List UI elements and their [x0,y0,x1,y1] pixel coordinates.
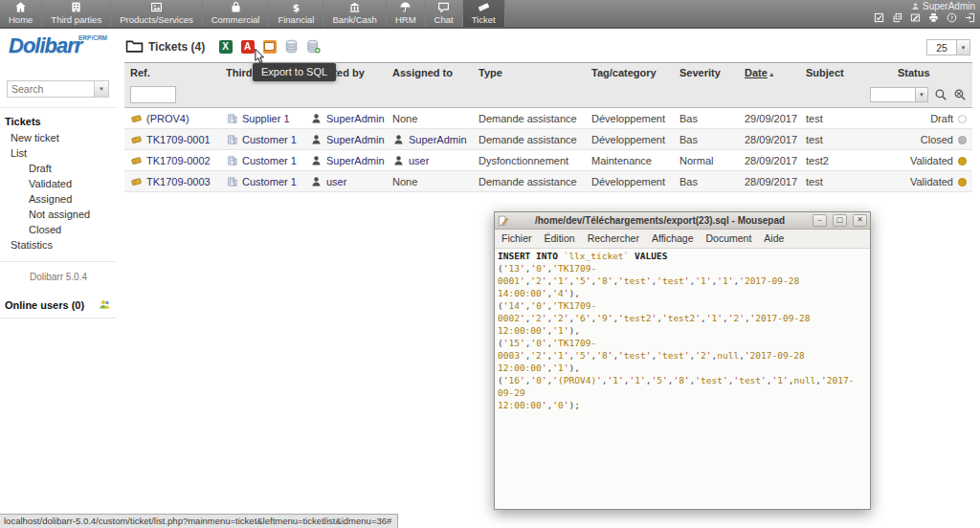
nav-tab-hrm[interactable]: HRM [387,0,426,27]
column-header-status[interactable]: Status [892,63,972,83]
sql-export-create-button[interactable] [306,39,321,54]
ticket-ref-link[interactable]: TK1709-0003 [146,176,211,187]
company-icon [226,176,238,187]
search-input[interactable] [7,80,95,98]
third-party-link[interactable]: Customer 1 [242,134,297,145]
nav-tab-third-parties[interactable]: Third parties [42,0,111,27]
ticket-ref-link[interactable]: (PROV4) [146,113,189,124]
nav-tab-financial[interactable]: $Financial [269,0,323,27]
nav-tab-products[interactable]: Products/Services [111,0,203,27]
clear-filter-button[interactable] [953,88,967,101]
column-header-ref-[interactable]: Ref. [124,63,220,83]
version-label: Dolibarr 5.0.4 [0,262,117,294]
user-link[interactable]: user [326,176,346,187]
export-icon[interactable] [892,12,902,23]
column-header-subject[interactable]: Subject [800,63,892,83]
edit-icon[interactable] [910,12,921,23]
menu-dition[interactable]: Édition [545,232,575,244]
menu-aide[interactable]: Aide [764,232,784,244]
ref-filter-input[interactable] [130,86,176,103]
excel-export-button[interactable]: X [218,39,233,54]
printer-icon[interactable] [928,12,939,23]
menu-affichage[interactable]: Affichage [652,232,694,244]
menu-fichier[interactable]: Fichier [501,232,532,244]
ticket-ref-link[interactable]: TK1709-0001 [146,134,211,145]
folder-icon [125,39,144,54]
column-header-date[interactable]: Date▲ [739,63,800,83]
status-filter-select[interactable]: ▼ [870,87,928,102]
status-label: Validated [910,176,953,187]
mousepad-app-icon [498,215,509,227]
third-party-link[interactable]: Customer 1 [242,155,297,166]
sidebar-item-not-assigned[interactable]: Not assigned [0,207,117,222]
ticket-icon [130,113,143,124]
logged-user[interactable]: SuperAdmin [911,1,975,11]
user-icon [310,113,323,124]
help-icon[interactable]: ? [947,12,957,23]
ticket-icon [130,176,143,187]
dolibarr-logo[interactable]: Dolibarr ERP/CRM [0,27,117,72]
maximize-button[interactable]: ▢ [833,214,847,227]
user-link[interactable]: SuperAdmin [409,134,467,145]
menu-document[interactable]: Document [706,232,752,244]
status-dot-icon [958,157,967,165]
table-row: TK1709-0003Customer 1userNoneDemande ass… [124,171,972,192]
svg-text:?: ? [950,15,953,21]
close-button[interactable]: ✕ [853,214,867,227]
online-users: Online users (0) [0,294,117,318]
nav-tab-ticket[interactable]: Ticket [463,0,505,27]
nav-tab-chat[interactable]: Chat [426,0,463,27]
table-header-row: Ref.Third partyCreated byAssigned toType… [124,63,972,83]
sidebar-item-new-ticket[interactable]: New ticket [0,130,117,145]
ticket-ref-link[interactable]: TK1709-0002 [146,155,211,166]
table-row: TK1709-0002Customer 1SuperAdminuserDysfo… [124,150,972,171]
hrm-icon [399,1,412,13]
user-icon [310,134,323,145]
minimize-button[interactable]: – [813,214,827,227]
column-header-tag-category[interactable]: Tag/category [586,63,674,83]
nav-tab-bank[interactable]: Bank/Cash [323,0,386,27]
svg-text:$: $ [293,2,300,13]
user-link[interactable]: SuperAdmin [326,134,385,145]
sidebar-item-statistics[interactable]: Statistics [0,237,117,253]
mousepad-window: /home/dev/Téléchargements/export(23).sql… [494,211,871,510]
sidebar-item-validated[interactable]: Validated [0,176,117,191]
column-header-severity[interactable]: Severity [674,63,739,83]
sidebar: Dolibarr ERP/CRM ▼ Tickets New ticketLis… [0,27,118,528]
ticket-icon [478,1,490,13]
user-icon [310,176,323,187]
sidebar-item-closed[interactable]: Closed [0,222,117,237]
column-header-assigned-to[interactable]: Assigned to [387,63,473,83]
divider [0,318,117,319]
database-icon [284,39,299,54]
logout-icon[interactable] [965,12,975,23]
sidebar-item-list[interactable]: List [0,145,117,161]
pdf-export-button[interactable]: A [240,39,255,54]
third-party-link[interactable]: Supplier 1 [242,113,290,124]
excel-icon: X [219,40,233,54]
column-header-type[interactable]: Type [473,63,586,83]
search-filter-button[interactable] [934,88,947,101]
user-link[interactable]: user [409,155,429,166]
window-titlebar[interactable]: /home/dev/Téléchargements/export(23).sql… [495,212,870,230]
menu-rechercher[interactable]: Rechercher [588,232,639,244]
online-users-icon [99,298,111,311]
check-icon[interactable] [874,12,884,23]
user-link[interactable]: SuperAdmin [326,155,385,166]
chevron-down-icon: ▼ [916,87,928,102]
search-dropdown-button[interactable]: ▼ [95,80,109,98]
filter-row: ▼ [124,82,972,108]
commercial-icon [230,1,242,13]
sql-export-button[interactable] [284,39,299,54]
third-party-link[interactable]: Customer 1 [242,176,297,187]
sidebar-item-assigned[interactable]: Assigned [0,191,117,207]
page-header: Tickets (4) X A [117,27,980,62]
status-label: Draft [930,113,953,124]
nav-tab-home[interactable]: Home [0,0,42,27]
sidebar-item-draft[interactable]: Draft [0,161,117,176]
sql-text-area[interactable]: INSERT INTO `llx_ticket` VALUES('13','0'… [495,249,870,509]
top-navbar: HomeThird partiesProducts/ServicesCommer… [0,0,980,29]
page-size-select[interactable]: 25 ▼ [926,39,970,55]
nav-tab-commercial[interactable]: Commercial [203,0,270,27]
user-link[interactable]: SuperAdmin [326,113,385,124]
